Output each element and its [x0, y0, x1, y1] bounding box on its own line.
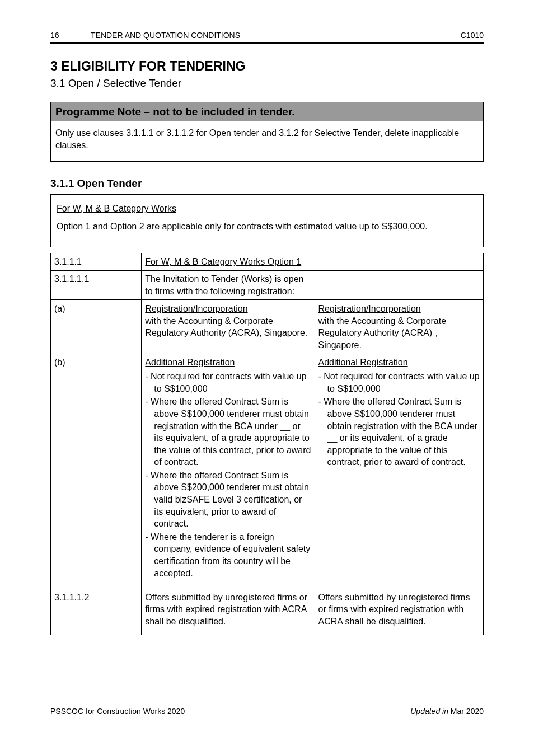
- list-item: Where the offered Contract Sum is above …: [327, 396, 480, 468]
- clause-sub: (b): [54, 356, 76, 369]
- clause-number: 3.1.1.1.2: [54, 593, 89, 602]
- cell: Offers submitted by unregistered firms o…: [315, 589, 483, 635]
- page-number: 16: [50, 31, 71, 40]
- programme-note-body: Only use clauses 3.1.1.1 or 3.1.1.2 for …: [51, 121, 483, 161]
- footer-right: Updated in Mar 2020: [410, 707, 484, 716]
- list-item: Not required for contracts with value up…: [154, 370, 311, 395]
- note-box: For W, M & B Category Works Option 1 and…: [50, 194, 484, 247]
- bullet-list: Not required for contracts with value up…: [145, 370, 311, 579]
- list-item: Where the offered Contract Sum is above …: [154, 469, 311, 530]
- cell: [315, 270, 483, 300]
- doc-title: 3 ELIGIBILITY FOR TENDERING: [50, 59, 484, 74]
- table-row: (a) Registration/Incorporation with the …: [51, 300, 484, 354]
- table-row: 3.1.1.1 For W, M & B Category Works Opti…: [51, 253, 484, 271]
- section-title: 3.1.1 Open Tender: [50, 177, 484, 190]
- header-code: C1010: [461, 31, 484, 40]
- table-row: 3.1.1.1.2 Offers submitted by unregister…: [51, 589, 484, 635]
- cell-body: with the Accounting & Corporate Regulato…: [145, 316, 307, 338]
- list-item: Where the tenderer is a foreign company,…: [154, 531, 311, 579]
- programme-note-heading: Programme Note – not to be included in t…: [51, 102, 483, 121]
- clause-sub: (a): [54, 303, 76, 315]
- note-line1: For W, M & B Category Works: [57, 204, 176, 213]
- table-row: 3.1.1.1.1 The Invitation to Tender (Work…: [51, 270, 484, 300]
- clause-number: 3.1.1.1: [54, 257, 82, 266]
- cell: For W, M & B Category Works Option 1: [145, 257, 301, 266]
- programme-note: Programme Note – not to be included in t…: [50, 102, 484, 162]
- table-row: (b) Additional Registration Not required…: [51, 354, 484, 589]
- cell: Offers submitted by unregistered firms o…: [142, 589, 315, 635]
- footer-left: PSSCOC for Construction Works 2020: [50, 707, 185, 716]
- page-footer: PSSCOC for Construction Works 2020 Updat…: [50, 707, 484, 716]
- cell: [315, 253, 483, 271]
- doc-subtitle: 3.1 Open / Selective Tender: [50, 77, 484, 90]
- cell-label: Additional Registration: [145, 358, 235, 367]
- cell-label: Registration/Incorporation: [145, 304, 247, 313]
- list-item: Not required for contracts with value up…: [327, 370, 480, 395]
- spec-table: 3.1.1.1 For W, M & B Category Works Opti…: [50, 253, 484, 635]
- bullet-list: Not required for contracts with value up…: [318, 370, 480, 468]
- list-item: Where the offered Contract Sum is above …: [154, 396, 311, 468]
- cell: The Invitation to Tender (Works) is open…: [142, 270, 315, 300]
- cell-label: Registration/Incorporation: [318, 304, 421, 313]
- clause-number: 3.1.1.1.1: [54, 274, 89, 284]
- cell-label: Additional Registration: [318, 358, 408, 367]
- cell-body: with the Accounting & Corporate Regulato…: [318, 316, 447, 350]
- page-header: 16 TENDER AND QUOTATION CONDITIONS C1010: [50, 31, 484, 44]
- note-line2: Option 1 and Option 2 are applicable onl…: [57, 220, 477, 233]
- header-section: TENDER AND QUOTATION CONDITIONS: [91, 31, 240, 40]
